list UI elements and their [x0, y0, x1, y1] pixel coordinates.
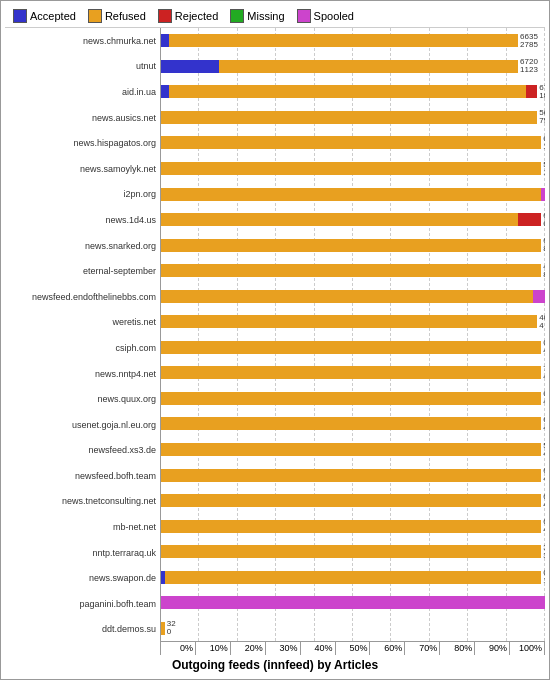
table-row: 67066 [161, 212, 545, 228]
x-tick: 20% [231, 642, 266, 655]
y-label: mb-net.net [113, 519, 156, 536]
table-row: 63264 [161, 518, 545, 534]
bar-segment [161, 392, 541, 405]
bar-segment [161, 136, 541, 149]
bar-value-label: 63264 [543, 518, 545, 534]
x-tick: 40% [301, 642, 336, 655]
bar-segment [161, 60, 219, 73]
bar-value-label: 6720180 [539, 84, 545, 100]
table-row: 65164 [161, 467, 545, 483]
y-label: paganini.bofh.team [79, 595, 156, 612]
bar-value-label: 60664 [543, 416, 545, 432]
y-label: utnut [136, 58, 156, 75]
bar-segment [161, 545, 541, 558]
bar-value-label: 67204 [543, 493, 545, 509]
y-label: news.nntp4.net [95, 365, 156, 382]
y-label: news.chmurka.net [83, 32, 156, 49]
table-row: 60664 [161, 416, 545, 432]
y-label: news.snarked.org [85, 237, 156, 254]
x-tick: 80% [440, 642, 475, 655]
bar-segment [161, 239, 541, 252]
bar-value-label: 72094 [543, 365, 545, 381]
x-tick: 90% [475, 642, 510, 655]
refused-color-box [88, 9, 102, 23]
table-row: 72094 [161, 365, 545, 381]
bar-value-label: 67201123 [520, 58, 538, 74]
table-row: 320 [161, 620, 545, 636]
table-row: 6720180 [161, 84, 545, 100]
table-row: 66352785 [161, 33, 545, 49]
legend: Accepted Refused Rejected Missing Spoole… [5, 5, 545, 28]
bars-section: news.chmurka.netutnutaid.in.uanews.ausic… [5, 28, 545, 642]
bar-segment [161, 188, 541, 201]
x-tick: 50% [336, 642, 371, 655]
bar-value-label: 66704 [543, 390, 545, 406]
spooled-label: Spooled [314, 10, 354, 22]
bar-value-label: 560875 [539, 109, 545, 125]
bar-value-label: 40634 [539, 314, 545, 330]
bar-segment [161, 315, 537, 328]
accepted-label: Accepted [30, 10, 76, 22]
y-label: news.tnetconsulting.net [62, 493, 156, 510]
table-row: 549110 [161, 161, 545, 177]
bar-segment [161, 596, 545, 609]
legend-spooled: Spooled [297, 9, 354, 23]
table-row: 67201123 [161, 58, 545, 74]
legend-rejected: Rejected [158, 9, 218, 23]
y-label: eternal-september [83, 263, 156, 280]
bar-segment [169, 85, 526, 98]
y-label: news.hispagatos.org [73, 135, 156, 152]
legend-refused: Refused [88, 9, 146, 23]
y-label: i2pn.org [123, 186, 156, 203]
bar-segment [161, 469, 541, 482]
x-tick: 0% [161, 642, 196, 655]
x-tick: 100% [510, 642, 545, 655]
bar-value-label: 67066 [543, 212, 545, 228]
x-axis-container: 0%10%20%30%40%50%60%70%80%90%100% [160, 642, 545, 655]
bar-segment [161, 162, 541, 175]
legend-missing: Missing [230, 9, 284, 23]
table-row: 66704 [161, 390, 545, 406]
bar-segment [161, 290, 533, 303]
y-label: newsfeed.bofh.team [75, 467, 156, 484]
x-axis: 0%10%20%30%40%50%60%70%80%90%100% [161, 642, 545, 655]
bar-segment [161, 622, 165, 635]
bar-segment [161, 85, 169, 98]
y-label: news.swapon.de [89, 570, 156, 587]
bar-value-label: 549110 [543, 161, 545, 177]
y-label: newsfeed.xs3.de [88, 442, 156, 459]
y-labels: news.chmurka.netutnutaid.in.uanews.ausic… [5, 28, 160, 642]
y-label: nntp.terraraq.uk [92, 544, 156, 561]
bar-segment [161, 341, 541, 354]
x-tick: 60% [370, 642, 405, 655]
bar-value-label: 49318 [543, 263, 545, 279]
y-label: csiph.com [115, 339, 156, 356]
chart-title: Outgoing feeds (innfeed) by Articles [5, 655, 545, 675]
y-label: news.1d4.us [105, 211, 156, 228]
y-label: weretis.net [112, 314, 156, 331]
bar-segment [161, 264, 541, 277]
bar-segment [169, 34, 518, 47]
bars-rows: 6635278567201123672018056087564631354911… [161, 28, 545, 641]
y-label: newsfeed.endofthelinebbs.com [32, 288, 156, 305]
spooled-color-box [297, 9, 311, 23]
y-label: news.ausics.net [92, 109, 156, 126]
y-label: news.samoylyk.net [80, 160, 156, 177]
rejected-label: Rejected [175, 10, 218, 22]
table-row: 32703 [161, 544, 545, 560]
table-row: 65998 [161, 237, 545, 253]
bar-segment [161, 111, 537, 124]
bar-value-label: 66352785 [520, 33, 538, 49]
bar-segment [161, 366, 541, 379]
accepted-color-box [13, 9, 27, 23]
bars-and-grid: 6635278567201123672018056087564631354911… [160, 28, 545, 642]
y-label: usenet.goja.nl.eu.org [72, 416, 156, 433]
x-tick: 70% [405, 642, 440, 655]
missing-color-box [230, 9, 244, 23]
bar-segment [541, 188, 545, 201]
bar-segment [533, 290, 545, 303]
missing-label: Missing [247, 10, 284, 22]
table-row: 64554 [161, 288, 545, 304]
bar-segment [518, 213, 541, 226]
table-row: 67204 [161, 493, 545, 509]
